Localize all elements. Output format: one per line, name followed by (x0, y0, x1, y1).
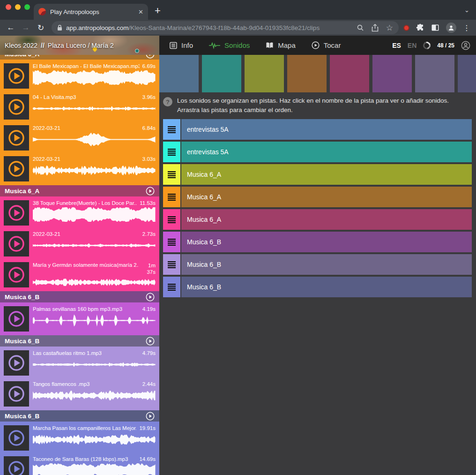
track-drag-handle[interactable] (163, 142, 180, 162)
breadcrumb-page[interactable]: Plaza Lucero / María 2 (48, 42, 114, 49)
tab-close-icon[interactable]: ✕ (138, 9, 143, 15)
track-drag-handle[interactable] (163, 119, 180, 140)
clip-play-button[interactable] (4, 156, 29, 181)
section-play-icon[interactable] (146, 337, 155, 346)
clip-play-button[interactable] (4, 125, 29, 151)
extensions-puzzle-icon[interactable] (416, 23, 424, 32)
browser-tab[interactable]: Play Antropoloops ✕ (34, 4, 148, 20)
url-bar[interactable]: app.antropoloops.com/Kleos-Santa-Marina/… (52, 21, 399, 34)
track-name-button[interactable]: Musica 6_A (181, 187, 472, 207)
lang-es-button[interactable]: ES (392, 42, 401, 49)
clip-item[interactable]: 04 - La Visita.mp3 3.96s (0, 91, 159, 122)
breadcrumb: Kleos 2022//Plaza Lucero / María 2 (5, 42, 114, 49)
share-icon[interactable] (372, 24, 379, 32)
tab-info[interactable]: Info (170, 41, 193, 49)
clip-waveform (33, 432, 156, 447)
menu-kebab-icon[interactable]: ⋮ (463, 23, 470, 32)
reload-button[interactable]: ↻ (34, 23, 48, 33)
account-icon[interactable] (461, 41, 470, 50)
clip-play-button[interactable] (4, 200, 29, 226)
clip-item[interactable]: Tangos flamencos .mp3 2.44s (0, 378, 159, 409)
section-play-icon[interactable] (146, 412, 155, 421)
maximize-window-button[interactable] (24, 4, 30, 10)
track-color-swatch[interactable] (202, 55, 241, 92)
section-play-icon[interactable] (146, 55, 155, 59)
track-color-swatch[interactable] (159, 55, 199, 92)
track-name-button[interactable]: entrevistas 5A (181, 119, 472, 140)
forward-button[interactable]: → (19, 23, 33, 32)
clip-play-button[interactable] (4, 63, 29, 89)
clip-play-button[interactable] (4, 425, 29, 451)
clip-item[interactable]: El Baile Mexicapan - El Baile Mexicapan.… (0, 60, 159, 91)
track-name-button[interactable]: Musica 6_B (181, 277, 472, 297)
track-section-header[interactable]: Musica 6_B (0, 291, 159, 302)
recording-indicator-icon[interactable] (403, 25, 409, 31)
track-drag-handle[interactable] (163, 187, 180, 207)
track-name-button[interactable]: Musica 6_A (181, 164, 472, 185)
clip-item[interactable]: 2022-03-21 3.03s (0, 153, 159, 184)
tab-search-chevron-icon[interactable]: ⌄ (464, 7, 469, 14)
magnifier-icon[interactable] (357, 24, 364, 31)
track-row[interactable]: Musica 6_B (163, 277, 472, 297)
track-color-swatch[interactable] (330, 55, 369, 92)
breadcrumb-map-banner[interactable]: Kleos 2022//Plaza Lucero / María 2 (0, 36, 159, 55)
track-section-header[interactable]: Musica 6_A (0, 55, 159, 60)
side-panel-icon[interactable] (431, 23, 439, 32)
new-tab-button[interactable]: + (155, 5, 161, 17)
track-row[interactable]: Musica 6_A (163, 164, 472, 185)
track-drag-handle[interactable] (163, 209, 180, 230)
track-section-header[interactable]: Musica 6_B (0, 335, 159, 347)
track-row[interactable]: Musica 6_B (163, 232, 472, 252)
track-drag-handle[interactable] (163, 164, 180, 185)
clip-play-button[interactable] (4, 262, 29, 287)
close-window-button[interactable] (6, 4, 11, 10)
track-color-swatch[interactable] (372, 55, 412, 92)
clip-play-button[interactable] (4, 381, 29, 407)
back-button[interactable]: ← (4, 23, 18, 32)
track-row[interactable]: entrevistas 5A (163, 142, 472, 162)
track-section-header[interactable]: Musica 6_A (0, 185, 159, 196)
clip-item[interactable]: 2022-03-21 6.84s (0, 122, 159, 153)
clip-item[interactable]: 2022-03-21 2.73s (0, 228, 159, 259)
track-color-swatch[interactable] (415, 55, 454, 92)
tab-mapa[interactable]: Mapa (266, 41, 296, 49)
clip-play-button[interactable] (4, 350, 29, 376)
clip-play-button[interactable] (4, 456, 29, 475)
lang-en-button[interactable]: EN (408, 42, 416, 49)
track-drag-handle[interactable] (163, 254, 180, 275)
clip-item[interactable]: Las castañuelas ritmo 1.mp3 4.79s (0, 347, 159, 378)
clip-play-button[interactable] (4, 94, 29, 120)
clip-play-button[interactable] (4, 306, 29, 332)
track-row[interactable]: Musica 6_B (163, 254, 472, 275)
breadcrumb-project[interactable]: Kleos 2022 (5, 42, 37, 49)
track-color-swatch[interactable] (245, 55, 284, 92)
tab-tocar[interactable]: Tocar (312, 41, 341, 49)
tab-sonidos[interactable]: Sonidos (209, 41, 250, 49)
clip-item[interactable]: María y Germán solamente música(maría 2.… (0, 259, 159, 290)
profile-avatar[interactable] (446, 23, 456, 33)
track-row[interactable]: Musica 6_A (163, 209, 472, 230)
clip-play-button[interactable] (4, 231, 29, 256)
section-play-icon[interactable] (146, 187, 155, 196)
track-name-button[interactable]: entrevistas 5A (181, 142, 472, 162)
track-row[interactable]: Musica 6_A (163, 187, 472, 207)
track-color-swatch[interactable] (458, 55, 476, 92)
minimize-window-button[interactable] (15, 4, 21, 10)
clip-item[interactable]: Palmas sevillanas 160 bpm mp3.mp3 4.19s (0, 303, 159, 334)
clip-item[interactable]: Marcha Pasan los campanilleros Las Mejor… (0, 422, 159, 453)
clips-sidebar[interactable]: Musica 6_A El Baile Mexicapan - El Baile… (0, 55, 159, 475)
clip-item[interactable]: 38 Toque Funebre(Muerte) - Los Doce Par.… (0, 197, 159, 228)
track-drag-handle[interactable] (163, 277, 180, 297)
track-name-button[interactable]: Musica 6_A (181, 209, 472, 230)
track-name-button[interactable]: Musica 6_B (181, 254, 472, 275)
track-section-header[interactable]: Musica 6_B (0, 410, 159, 422)
clip-title: 04 - La Visita.mp3 (33, 94, 140, 100)
clip-item[interactable]: Taconeo de Sara Baras (128 kbps).mp3 14.… (0, 453, 159, 475)
track-name-button[interactable]: Musica 6_B (181, 232, 472, 252)
bookmark-star-icon[interactable]: ☆ (386, 24, 393, 32)
clip-waveform (33, 277, 156, 287)
track-color-swatch[interactable] (287, 55, 327, 92)
section-play-icon[interactable] (146, 293, 155, 302)
track-drag-handle[interactable] (163, 232, 180, 252)
track-row[interactable]: entrevistas 5A (163, 119, 472, 140)
